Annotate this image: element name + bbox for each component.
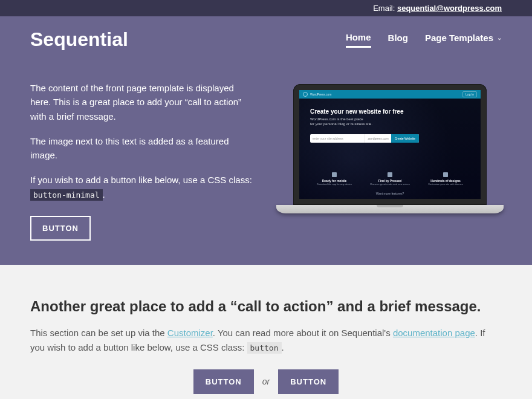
hero-p2: The image next to this text is added as … <box>30 134 254 163</box>
cta-section: Another great place to add a “call to ac… <box>0 265 532 399</box>
featured-image: WordPress.com Log In Create your new web… <box>278 81 502 213</box>
site-title[interactable]: Sequential <box>30 28 128 51</box>
hero-content: The content of the front page template i… <box>30 69 502 241</box>
cta-button-1[interactable]: BUTTON <box>193 369 254 394</box>
hero-button[interactable]: BUTTON <box>30 216 91 241</box>
customizer-link[interactable]: Customizer <box>167 328 213 338</box>
email-link[interactable]: sequential@wordpress.com <box>397 4 502 13</box>
cta-heading: Another great place to add a “call to ac… <box>30 298 502 315</box>
hero-text: The content of the front page template i… <box>30 81 254 241</box>
hero-code: button-minimal <box>30 189 103 201</box>
hero-section: Sequential Home Blog Page Templates ⌄ Th… <box>0 16 532 265</box>
theme-icon <box>443 172 448 177</box>
search-icon <box>388 172 392 177</box>
cta-code: button <box>247 342 282 354</box>
cta-button-2[interactable]: BUTTON <box>278 369 339 394</box>
wordpress-logo-icon <box>303 92 308 97</box>
main-nav: Home Blog Page Templates ⌄ <box>346 32 502 48</box>
site-header: Sequential Home Blog Page Templates ⌄ <box>30 16 502 69</box>
topbar: Email: sequential@wordpress.com <box>0 0 532 16</box>
or-text: or <box>262 377 270 386</box>
hero-p3: If you wish to add a button like below, … <box>30 173 254 201</box>
cta-button-row: BUTTON or BUTTON <box>30 369 502 394</box>
nav-blog[interactable]: Blog <box>388 33 408 47</box>
laptop-mockup: WordPress.com Log In Create your new web… <box>293 84 487 213</box>
cta-text: This section can be set up via the Custo… <box>30 326 502 355</box>
nav-page-templates[interactable]: Page Templates ⌄ <box>425 33 502 47</box>
nav-home[interactable]: Home <box>346 32 371 48</box>
chevron-down-icon: ⌄ <box>497 34 502 41</box>
email-label: Email: <box>373 4 395 13</box>
nav-page-templates-label: Page Templates <box>425 33 493 43</box>
mobile-icon <box>332 172 337 177</box>
documentation-link[interactable]: documentation page <box>393 328 475 338</box>
hero-p1: The content of the front page template i… <box>30 81 254 123</box>
